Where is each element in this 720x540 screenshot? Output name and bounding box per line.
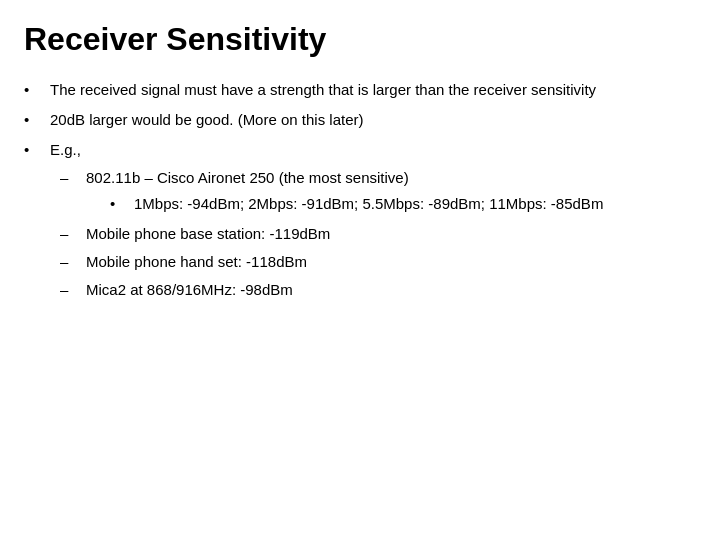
sub-sub-item-1: • 1Mbps: -94dBm; 2Mbps: -91dBm; 5.5Mbps:… <box>110 192 696 216</box>
bullet-1-text: The received signal must have a strength… <box>50 78 696 102</box>
bullet-1: • <box>24 78 44 102</box>
bullet-3: • <box>24 138 44 162</box>
sub-sub-item-1-text: 1Mbps: -94dBm; 2Mbps: -91dBm; 5.5Mbps: -… <box>134 192 603 216</box>
dash-4: – <box>60 278 80 302</box>
sub-list-item-4: – Mica2 at 868/916MHz: -98dBm <box>60 278 696 302</box>
bullet-sm-1: • <box>110 192 130 216</box>
sub-item-1-block: 802.11b – Cisco Aironet 250 (the most se… <box>86 166 696 218</box>
bullet-3-text: E.g., <box>50 141 81 158</box>
sub-list-item-2: – Mobile phone base station: -119dBm <box>60 222 696 246</box>
sub-list-item-3: – Mobile phone hand set: -118dBm <box>60 250 696 274</box>
bullet-2: • <box>24 108 44 132</box>
content-area: • The received signal must have a streng… <box>24 78 696 306</box>
bullet-3-block: E.g., – 802.11b – Cisco Aironet 250 (the… <box>50 138 696 306</box>
sub-list: – 802.11b – Cisco Aironet 250 (the most … <box>50 166 696 302</box>
dash-2: – <box>60 222 80 246</box>
list-item-2: • 20dB larger would be good. (More on th… <box>24 108 696 132</box>
page-title: Receiver Sensitivity <box>24 20 696 58</box>
list-item-3: • E.g., – 802.11b – Cisco Aironet 250 (t… <box>24 138 696 306</box>
sub-item-4-text: Mica2 at 868/916MHz: -98dBm <box>86 278 696 302</box>
sub-list-item-1: – 802.11b – Cisco Aironet 250 (the most … <box>60 166 696 218</box>
sub-item-3-text: Mobile phone hand set: -118dBm <box>86 250 696 274</box>
main-list: • The received signal must have a streng… <box>24 78 696 306</box>
bullet-2-text: 20dB larger would be good. (More on this… <box>50 108 696 132</box>
sub-sub-list: • 1Mbps: -94dBm; 2Mbps: -91dBm; 5.5Mbps:… <box>86 192 696 216</box>
dash-1: – <box>60 166 80 190</box>
sub-item-2-text: Mobile phone base station: -119dBm <box>86 222 696 246</box>
sub-item-1-text: 802.11b – Cisco Aironet 250 (the most se… <box>86 169 409 186</box>
list-item-1: • The received signal must have a streng… <box>24 78 696 102</box>
dash-3: – <box>60 250 80 274</box>
